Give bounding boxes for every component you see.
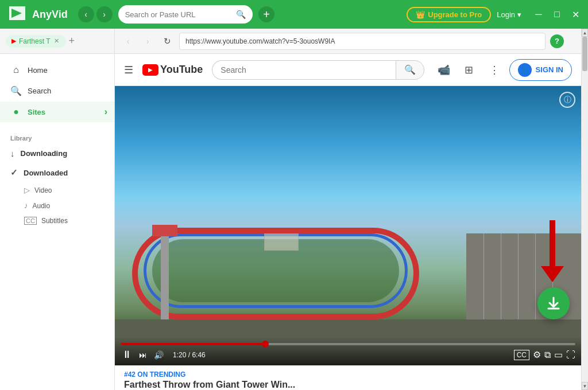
youtube-logo-text: YouTube xyxy=(160,64,203,76)
theater-button[interactable]: ▭ xyxy=(554,349,563,360)
user-avatar-icon: 👤 xyxy=(518,63,532,77)
youtube-more-icon[interactable]: ⋮ xyxy=(484,60,505,80)
help-button[interactable]: ? xyxy=(550,34,564,48)
nav-arrows: ‹ › xyxy=(78,6,113,22)
background-building xyxy=(264,233,299,251)
time-display: 1:20 / 6:46 xyxy=(173,351,206,359)
tab-close-button[interactable]: ✕ xyxy=(53,37,60,45)
youtube-header: ☰ ▶ YouTube 🔍 📹 ⊞ ⋮ 👤 SIGN IN xyxy=(115,54,581,86)
youtube-logo-icon: ▶ xyxy=(142,64,158,76)
browser-back-button[interactable]: ‹ xyxy=(121,34,136,49)
browser-toolbar: ‹ › ↻ https://www.youtube.com/watch?v=5-… xyxy=(115,29,581,54)
below-video-info: #42 ON TRENDING Farthest Throw from Gian… xyxy=(115,365,581,390)
yt-play-triangle: ▶ xyxy=(148,67,153,73)
tab-bar: ▶ Farthest T ✕ + xyxy=(0,29,114,54)
minimize-button[interactable]: ─ xyxy=(533,9,544,20)
progress-thumb xyxy=(262,341,269,348)
sidebar-item-video[interactable]: ▷ Video xyxy=(0,182,114,198)
chevron-down-icon: ▾ xyxy=(517,10,521,19)
browser-forward-button[interactable]: › xyxy=(140,34,155,49)
controls-row: ⏸ ⏭ 🔊 1:20 / 6:46 CC ⚙ ⧉ ▭ xyxy=(115,349,581,361)
youtube-search-input[interactable] xyxy=(212,60,395,80)
miniplayer-button[interactable]: ⧉ xyxy=(544,350,551,360)
volume-button[interactable]: 🔊 xyxy=(153,350,165,360)
download-arrow-icon: ↓ xyxy=(10,149,15,158)
add-tab-icon[interactable]: + xyxy=(68,35,75,47)
youtube-grid-icon[interactable]: ⊞ xyxy=(459,60,479,80)
search-bar: 🔍 xyxy=(118,5,253,24)
next-button[interactable]: ⏭ xyxy=(138,350,148,360)
content-area: ‹ › ↻ https://www.youtube.com/watch?v=5-… xyxy=(115,29,581,390)
youtube-favicon: ▶ xyxy=(11,37,16,45)
video-icon: ▷ xyxy=(24,186,30,194)
right-scrollbar[interactable]: ▲ ▼ xyxy=(581,29,588,390)
sidebar-item-audio[interactable]: ♪ Audio xyxy=(0,198,114,213)
anyvid-logo-icon xyxy=(7,4,28,25)
active-tab[interactable]: ▶ Farthest T ✕ xyxy=(6,35,66,48)
maximize-button[interactable]: □ xyxy=(551,9,563,20)
yt-right-controls: CC ⚙ ⧉ ▭ ⛶ xyxy=(514,349,575,360)
youtube-logo: ▶ YouTube xyxy=(142,64,203,76)
app-name: AnyVid xyxy=(32,9,68,21)
scrollbar-thumb[interactable] xyxy=(582,37,587,71)
play-pause-button[interactable]: ⏸ xyxy=(121,349,133,361)
window-controls: ─ □ ✕ xyxy=(533,9,581,20)
download-fab-button[interactable] xyxy=(537,287,570,319)
close-button[interactable]: ✕ xyxy=(570,9,581,20)
scrollbar-down-arrow[interactable]: ▼ xyxy=(582,382,588,390)
sidebar-item-home[interactable]: ⌂ Home xyxy=(0,60,114,80)
settings-button[interactable]: ⚙ xyxy=(533,349,541,360)
main-layout: ▶ Farthest T ✕ + ⌂ Home 🔍 Search ● Sites… xyxy=(0,29,588,390)
youtube-search-button[interactable]: 🔍 xyxy=(396,60,424,80)
progress-filled xyxy=(121,343,266,345)
video-controls: ⏸ ⏭ 🔊 1:20 / 6:46 CC ⚙ ⧉ ▭ xyxy=(115,337,581,365)
logo-area: AnyVid xyxy=(7,4,68,25)
sidebar: ▶ Farthest T ✕ + ⌂ Home 🔍 Search ● Sites… xyxy=(0,29,115,390)
video-title: Farthest Throw from Giant Tower Win... xyxy=(124,380,572,390)
scrollbar-up-arrow[interactable]: ▲ xyxy=(582,29,588,37)
subtitles-icon: CC xyxy=(24,217,37,225)
sidebar-navigation: ⌂ Home 🔍 Search ● Sites xyxy=(0,54,114,128)
youtube-search-box: 🔍 xyxy=(212,60,424,80)
tower-shaft xyxy=(161,228,169,319)
search-nav-icon: 🔍 xyxy=(10,85,22,96)
library-label: Library xyxy=(0,128,114,144)
back-button[interactable]: ‹ xyxy=(78,6,94,22)
home-icon: ⌂ xyxy=(10,65,22,75)
forward-button[interactable]: › xyxy=(96,6,113,22)
video-frame: ⓘ ⏸ ⏭ 🔊 1:20 / xyxy=(115,86,581,365)
checkmark-icon: ✓ xyxy=(10,167,18,178)
titlebar: AnyVid ‹ › 🔍 + 👑 Upgrade to Pro Login ▾ … xyxy=(0,0,588,29)
sidebar-item-downloaded[interactable]: ✓ Downloaded xyxy=(0,163,114,182)
upgrade-button[interactable]: 👑 Upgrade to Pro xyxy=(407,7,491,22)
hamburger-menu-icon[interactable]: ☰ xyxy=(124,64,133,76)
download-icon xyxy=(546,296,561,311)
youtube-camera-icon[interactable]: 📹 xyxy=(434,60,454,80)
search-icon: 🔍 xyxy=(236,10,246,19)
video-info-icon[interactable]: ⓘ xyxy=(559,92,575,108)
browser-refresh-button[interactable]: ↻ xyxy=(160,34,175,49)
login-button[interactable]: Login ▾ xyxy=(497,10,521,19)
sidebar-item-subtitles[interactable]: CC Subtitles xyxy=(0,213,114,228)
sidebar-item-search[interactable]: 🔍 Search xyxy=(0,80,114,102)
youtube-sign-in-button[interactable]: 👤 SIGN IN xyxy=(509,59,572,81)
fullscreen-button[interactable]: ⛶ xyxy=(566,350,575,360)
audio-icon: ♪ xyxy=(24,201,28,210)
address-bar[interactable]: https://www.youtube.com/watch?v=5-3ouosW… xyxy=(179,33,546,50)
add-tab-button[interactable]: + xyxy=(258,6,274,22)
sidebar-item-downloading[interactable]: ↓ Downloading xyxy=(0,144,114,163)
sites-icon: ● xyxy=(10,107,22,117)
tower-top xyxy=(152,225,177,236)
subtitles-toggle[interactable]: CC xyxy=(514,350,529,360)
sidebar-item-sites[interactable]: ● Sites xyxy=(0,102,114,122)
video-player-area[interactable]: ⓘ ⏸ ⏭ 🔊 1:20 / xyxy=(115,86,581,365)
progress-bar[interactable] xyxy=(121,343,575,345)
search-input[interactable] xyxy=(125,10,231,19)
trending-tag: #42 ON TRENDING xyxy=(124,370,572,379)
crown-icon: 👑 xyxy=(416,10,425,19)
youtube-icons: 📹 ⊞ ⋮ 👤 SIGN IN xyxy=(434,59,572,81)
scrollbar-track xyxy=(582,37,588,382)
